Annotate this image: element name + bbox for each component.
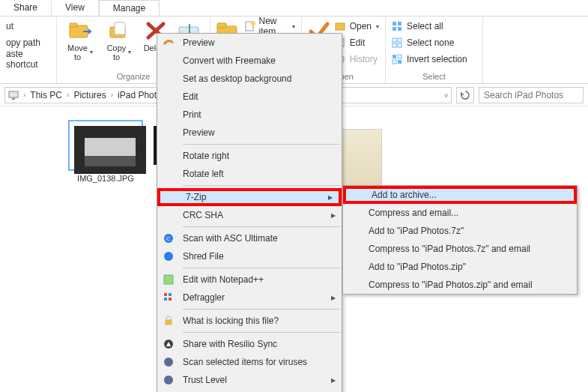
ctx-manage-whitelist[interactable]: Manage Whitelist [157, 389, 342, 392]
svg-rect-25 [398, 60, 401, 64]
svg-point-33 [164, 252, 173, 261]
ctx-what-is-locking[interactable]: What is locking this file? [157, 312, 342, 330]
ctx-trust-level[interactable]: Trust Level [157, 371, 342, 389]
menu-separator [183, 309, 340, 310]
open-dropdown[interactable]: Open [333, 18, 381, 34]
group-label-select: Select [390, 70, 478, 82]
svg-rect-36 [169, 293, 172, 296]
refresh-button[interactable] [456, 87, 474, 103]
ctx-add-to-zip[interactable]: Add to "iPad Photos.zip" [343, 258, 577, 276]
svg-rect-27 [12, 98, 15, 100]
folder-move-icon [68, 19, 92, 42]
new-item-icon [244, 20, 256, 32]
svg-rect-3 [115, 22, 125, 34]
folder-copy-icon [107, 19, 131, 42]
svg-rect-29 [85, 138, 136, 156]
ctx-preview[interactable]: Preview [157, 34, 342, 52]
menu-separator [183, 226, 340, 227]
select-none-icon [392, 37, 404, 48]
tab-view[interactable]: View [52, 0, 99, 16]
svg-rect-37 [164, 298, 167, 301]
ctx-resilio-share[interactable]: Share with Resilio Sync [157, 335, 342, 353]
svg-rect-11 [336, 23, 345, 30]
svg-text:C: C [166, 235, 171, 242]
svg-point-9 [251, 21, 255, 25]
menu-separator [183, 144, 340, 145]
select-none-button[interactable]: Select none [390, 34, 478, 51]
svg-point-42 [164, 376, 173, 385]
notepadpp-icon [162, 273, 175, 286]
swoosh-icon [162, 36, 175, 49]
svg-rect-20 [392, 43, 396, 47]
open-icon [335, 21, 347, 31]
svg-rect-24 [392, 60, 396, 64]
breadcrumb-item[interactable]: Pictures [72, 90, 107, 100]
search-input[interactable] [479, 87, 584, 103]
chevron-down-icon[interactable]: v [445, 91, 449, 99]
ctx-compress-zip-email[interactable]: Compress to "iPad Photos.zip" and email [343, 276, 577, 294]
ctx-add-to-archive[interactable]: Add to archive... [343, 186, 577, 204]
ctx-crc-sha[interactable]: CRC SHA [157, 206, 342, 224]
ctx-shred-file[interactable]: Shred File [157, 247, 342, 265]
trust-icon [162, 373, 175, 387]
context-menu: Preview Convert with Freemake Set as des… [157, 33, 342, 392]
ctx-preview-2[interactable]: Preview [157, 124, 342, 142]
svg-rect-19 [398, 38, 401, 42]
clipboard-paste-shortcut[interactable]: aste shortcut [4, 51, 52, 67]
svg-rect-23 [398, 55, 401, 58]
shred-icon [162, 250, 175, 263]
svg-rect-16 [392, 27, 396, 31]
resilio-icon [162, 337, 175, 351]
svg-rect-22 [392, 55, 396, 58]
ctx-7zip[interactable]: 7-Zip [157, 188, 342, 206]
tab-manage[interactable]: Manage [99, 0, 160, 16]
chevron-right-icon[interactable]: › [67, 91, 69, 99]
svg-rect-34 [164, 275, 173, 284]
clipboard-cut[interactable]: ut [4, 18, 52, 34]
ctx-scan-asc[interactable]: CScan with ASC Ultimate [157, 229, 342, 247]
ctx-add-to-7z[interactable]: Add to "iPad Photos.7z" [343, 222, 577, 240]
ctx-defraggler[interactable]: Defraggler [157, 289, 342, 307]
invert-selection-button[interactable]: Invert selection [390, 51, 478, 67]
file-thumbnail[interactable]: IMG_0138.JPG [64, 121, 147, 183]
svg-point-41 [164, 358, 173, 367]
group-label [4, 79, 52, 82]
move-to-button[interactable]: Move to [61, 18, 99, 70]
svg-rect-18 [392, 38, 396, 42]
lock-icon [162, 314, 175, 328]
breadcrumb-item[interactable]: iPad Phot [116, 90, 158, 100]
ctx-scan-virus[interactable]: Scan selected items for viruses [157, 353, 342, 371]
ribbon-tabs: Share View Manage [0, 0, 588, 16]
svg-rect-26 [9, 91, 18, 97]
ctx-rotate-right[interactable]: Rotate right [157, 147, 342, 165]
thumbnail-image [70, 121, 142, 169]
ctx-compress-and-email[interactable]: Compress and email... [343, 204, 577, 222]
context-submenu-7zip: Add to archive... Compress and email... … [342, 185, 578, 295]
new-item-dropdown[interactable]: New item [243, 18, 297, 34]
copy-to-button[interactable]: Copy to [100, 18, 138, 70]
ctx-convert-freemake[interactable]: Convert with Freemake [157, 52, 342, 70]
svg-rect-35 [164, 293, 167, 296]
ctx-compress-7z-email[interactable]: Compress to "iPad Photos.7z" and email [343, 240, 577, 258]
svg-rect-30 [85, 156, 136, 166]
ctx-edit[interactable]: Edit [157, 88, 342, 106]
invert-selection-icon [392, 54, 404, 64]
svg-rect-39 [166, 320, 172, 325]
breadcrumb-item[interactable]: This PC [28, 90, 64, 100]
svg-rect-38 [169, 298, 172, 301]
ctx-print[interactable]: Print [157, 106, 342, 124]
select-all-button[interactable]: Select all [390, 18, 478, 34]
menu-separator [183, 268, 340, 268]
defraggler-icon [162, 291, 175, 304]
chevron-right-icon[interactable]: › [111, 91, 113, 99]
svg-rect-15 [398, 22, 401, 25]
svg-rect-17 [398, 27, 401, 31]
svg-rect-1 [70, 23, 77, 27]
ctx-set-background[interactable]: Set as desktop background [157, 70, 342, 88]
chevron-right-icon[interactable]: › [23, 91, 25, 99]
tab-share[interactable]: Share [0, 0, 52, 16]
ctx-edit-notepadpp[interactable]: Edit with Notepad++ [157, 271, 342, 289]
menu-separator [183, 185, 340, 186]
pc-icon [8, 90, 20, 100]
ctx-rotate-left[interactable]: Rotate left [157, 165, 342, 183]
